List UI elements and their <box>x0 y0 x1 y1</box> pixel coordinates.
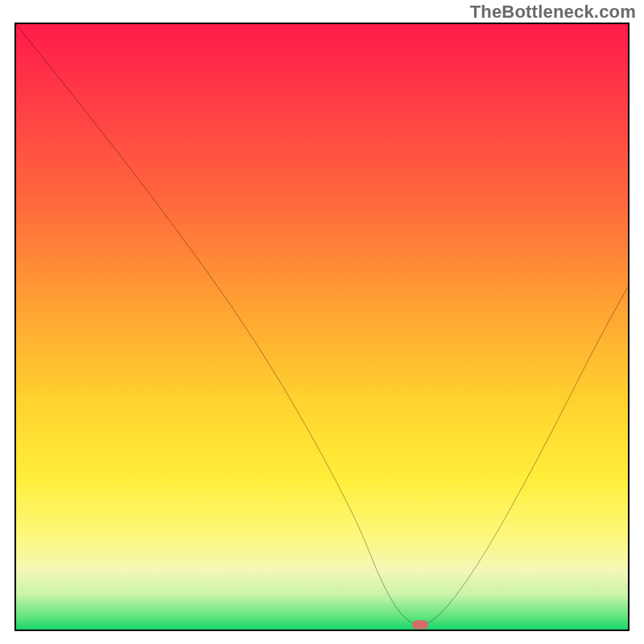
chart-area <box>14 23 630 631</box>
bottleneck-curve <box>14 23 630 631</box>
optimal-point-marker <box>412 621 428 630</box>
watermark: TheBottleneck.com <box>470 2 636 23</box>
